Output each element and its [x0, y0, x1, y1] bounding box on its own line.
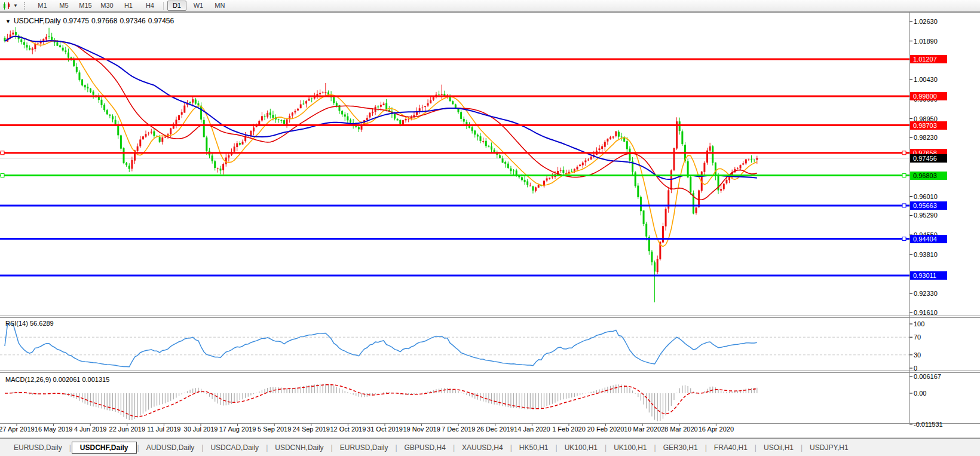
- candle-body: [131, 160, 133, 169]
- candle-body: [751, 160, 752, 161]
- candle-body: [399, 120, 401, 124]
- tab-eurusd-daily[interactable]: EURUSD,Daily: [333, 442, 395, 453]
- candle-body: [350, 120, 351, 123]
- candle-body: [538, 185, 540, 188]
- macd-signal-value: 0.001315: [82, 376, 109, 383]
- candle-body: [292, 113, 293, 116]
- candle-body: [142, 136, 144, 139]
- date-label: 22 Jun 2019: [109, 426, 146, 433]
- candle-body: [109, 115, 111, 116]
- candle-body: [324, 92, 326, 93]
- tab-usoil-h1[interactable]: USOil,H1: [757, 442, 800, 453]
- candle-body: [192, 99, 194, 103]
- candle-body: [424, 106, 426, 108]
- candle-body: [657, 259, 659, 272]
- candle-body: [405, 119, 407, 120]
- candle-body: [294, 111, 296, 112]
- candle-body: [582, 163, 584, 166]
- line-right-handle[interactable]: [902, 174, 906, 177]
- candle-body: [84, 85, 86, 87]
- tab-separator: |: [654, 443, 656, 452]
- candle-body: [128, 166, 130, 169]
- candle-body: [637, 186, 639, 197]
- candle-body: [535, 187, 537, 191]
- candle-body: [32, 48, 33, 50]
- tab-uk100-h1[interactable]: UK100,H1: [558, 442, 604, 453]
- candle-body: [189, 102, 191, 103]
- candle-body: [516, 170, 517, 175]
- candle-body: [584, 160, 586, 162]
- candle-body: [576, 167, 578, 169]
- tab-uk100-h1[interactable]: UK100,H1: [607, 442, 653, 453]
- line-right-handle[interactable]: [902, 204, 906, 207]
- candle-body: [267, 113, 268, 117]
- rsi-indicator-label: RSI(14) 56.6289: [5, 320, 54, 327]
- candle-body: [106, 110, 108, 114]
- tab-usdjpy-h1[interactable]: USDJPY,H1: [803, 442, 855, 453]
- tab-eurusd-daily[interactable]: EURUSD,Daily: [7, 442, 69, 453]
- line-left-handle[interactable]: [1, 174, 4, 177]
- candle-body: [62, 48, 64, 51]
- candle-body: [504, 162, 506, 164]
- tab-audusd-daily[interactable]: AUDUSD,Daily: [140, 442, 201, 453]
- tab-ger30-h1[interactable]: GER30,H1: [657, 442, 705, 453]
- candle-body: [327, 92, 329, 94]
- date-label: 31 Oct 2019: [367, 426, 403, 433]
- date-label: 28 Mar 2020: [661, 426, 698, 433]
- candle-body: [665, 209, 667, 226]
- candle-body: [161, 137, 163, 142]
- tab-xauusd-h4[interactable]: XAUUSD,H4: [455, 442, 510, 453]
- macd-indicator-label: MACD(12,26,9) 0.002061 0.001315: [5, 376, 109, 383]
- candle-body: [681, 131, 683, 144]
- tab-usdcad-daily[interactable]: USDCAD,Daily: [204, 442, 265, 453]
- candle-body: [261, 116, 263, 120]
- tab-separator: |: [331, 443, 333, 452]
- tab-gbpusd-h4[interactable]: GBPUSD,H4: [398, 442, 452, 453]
- candle-body: [725, 180, 727, 183]
- candle-body: [599, 148, 601, 150]
- candle-body: [234, 146, 235, 151]
- candle-body: [383, 103, 385, 105]
- chart-background: [0, 12, 980, 438]
- candle-body: [181, 112, 183, 115]
- candle-body: [696, 207, 697, 213]
- candle-body: [100, 100, 102, 105]
- candle-body: [629, 149, 630, 161]
- candle-body: [737, 168, 739, 169]
- rsi-tick-label: 30: [914, 351, 921, 359]
- candle-body: [90, 88, 91, 92]
- line-right-handle[interactable]: [902, 151, 906, 155]
- candle-body: [397, 119, 399, 120]
- price-flag-0.95663: 0.95663: [910, 201, 947, 210]
- candle-body: [264, 117, 266, 117]
- tab-fra40-h1[interactable]: FRA40,H1: [708, 442, 754, 453]
- chart-title: ▼USDCHF,Daily0.974750.976680.973460.9745…: [5, 17, 176, 25]
- candle-body: [480, 136, 482, 141]
- candle-body: [690, 177, 691, 192]
- candle-body: [170, 128, 172, 134]
- candle-body: [402, 120, 404, 124]
- date-label: 19 Nov 2019: [403, 426, 440, 433]
- price-tick-label: 0.93810: [914, 251, 938, 258]
- tab-usdchf-daily[interactable]: USDCHF,Daily: [72, 442, 137, 454]
- candle-body: [81, 79, 83, 85]
- line-right-handle[interactable]: [902, 237, 906, 241]
- chart-canvas[interactable]: [0, 0, 980, 456]
- candle-body: [552, 176, 553, 177]
- symbol-dropdown-icon[interactable]: ▼: [5, 19, 11, 25]
- candle-body: [145, 134, 147, 137]
- candle-body: [635, 172, 636, 186]
- line-left-handle[interactable]: [1, 151, 4, 155]
- candle-body: [203, 120, 205, 137]
- candle-body: [673, 148, 675, 170]
- candle-body: [87, 87, 88, 88]
- candle-body: [712, 146, 713, 163]
- candle-body: [654, 262, 656, 271]
- price-tick-label: 0.91610: [914, 309, 938, 316]
- candle-body: [740, 165, 742, 169]
- tab-hk50-h1[interactable]: HK50,H1: [513, 442, 555, 453]
- tab-usdcnh-daily[interactable]: USDCNH,Daily: [268, 442, 330, 453]
- candle-body: [579, 165, 581, 166]
- current-price-flag: 0.97456: [910, 154, 947, 163]
- candle-body: [441, 94, 443, 95]
